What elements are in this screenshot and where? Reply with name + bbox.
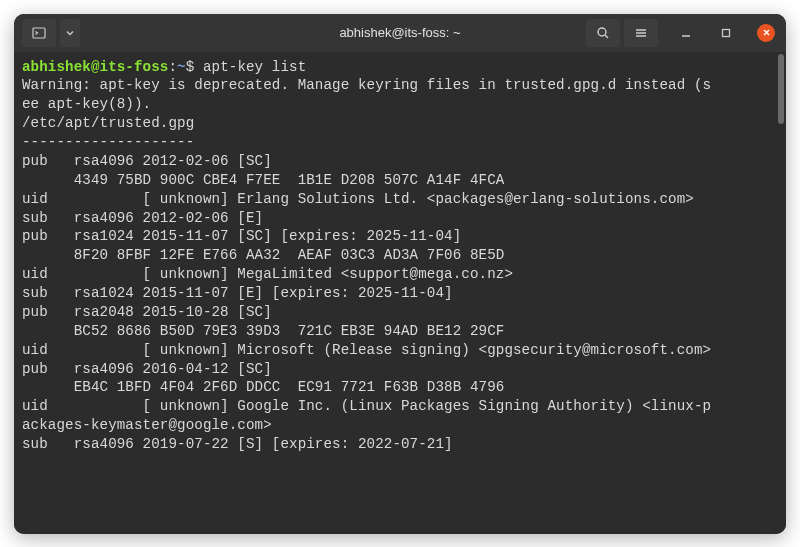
- output-line: pub rsa4096 2012-02-06 [SC]: [22, 152, 778, 171]
- output-line: pub rsa2048 2015-10-28 [SC]: [22, 303, 778, 322]
- output-line: sub rsa1024 2015-11-07 [E] [expires: 202…: [22, 284, 778, 303]
- output-line: 8F20 8FBF 12FE E766 AA32 AEAF 03C3 AD3A …: [22, 246, 778, 265]
- output-line: uid [ unknown] Microsoft (Release signin…: [22, 341, 778, 360]
- titlebar: abhishek@its-foss: ~: [14, 14, 786, 52]
- output-line: pub rsa4096 2016-04-12 [SC]: [22, 360, 778, 379]
- titlebar-right-controls: [586, 19, 778, 47]
- output-line: BC52 8686 B50D 79E3 39D3 721C EB3E 94AD …: [22, 322, 778, 341]
- output-line: pub rsa1024 2015-11-07 [SC] [expires: 20…: [22, 227, 778, 246]
- terminal-icon: [32, 26, 46, 40]
- prompt-line: abhishek@its-foss:~$ apt-key list: [22, 58, 778, 77]
- minimize-icon: [680, 27, 692, 39]
- prompt-path: ~: [177, 59, 186, 75]
- svg-rect-7: [723, 29, 730, 36]
- close-button[interactable]: [754, 21, 778, 45]
- svg-rect-0: [33, 28, 45, 38]
- close-icon: [762, 28, 771, 37]
- terminal-window: abhishek@its-foss: ~ abhishek@its-foss:~…: [14, 14, 786, 534]
- prompt-user-host: abhishek@its-foss: [22, 59, 168, 75]
- tab-dropdown[interactable]: [60, 19, 80, 47]
- search-icon: [596, 26, 610, 40]
- output-line: EB4C 1BFD 4F04 2F6D DDCC EC91 7721 F63B …: [22, 378, 778, 397]
- output-line: uid [ unknown] Google Inc. (Linux Packag…: [22, 397, 778, 416]
- maximize-button[interactable]: [714, 21, 738, 45]
- window-title: abhishek@its-foss: ~: [339, 25, 460, 40]
- output-line: Warning: apt-key is deprecated. Manage k…: [22, 76, 778, 95]
- output-line: sub rsa4096 2019-07-22 [S] [expires: 202…: [22, 435, 778, 454]
- svg-line-2: [605, 35, 608, 38]
- titlebar-left-controls: [22, 19, 80, 47]
- output-line: uid [ unknown] MegaLimited <support@mega…: [22, 265, 778, 284]
- prompt-colon: :: [168, 59, 177, 75]
- scrollbar-thumb[interactable]: [778, 54, 784, 124]
- terminal-output[interactable]: abhishek@its-foss:~$ apt-key list Warnin…: [14, 52, 786, 534]
- output-line: /etc/apt/trusted.gpg: [22, 114, 778, 133]
- hamburger-icon: [634, 26, 648, 40]
- chevron-down-icon: [66, 29, 74, 37]
- minimize-button[interactable]: [674, 21, 698, 45]
- output-line: --------------------: [22, 133, 778, 152]
- output-line: uid [ unknown] Erlang Solutions Ltd. <pa…: [22, 190, 778, 209]
- prompt-dollar: $: [186, 59, 203, 75]
- search-button[interactable]: [586, 19, 620, 47]
- menu-button[interactable]: [624, 19, 658, 47]
- command-text: apt-key list: [203, 59, 306, 75]
- maximize-icon: [720, 27, 732, 39]
- svg-point-1: [598, 28, 606, 36]
- new-tab-button[interactable]: [22, 19, 56, 47]
- output-line: sub rsa4096 2012-02-06 [E]: [22, 209, 778, 228]
- output-line: ee apt-key(8)).: [22, 95, 778, 114]
- output-line: ackages-keymaster@google.com>: [22, 416, 778, 435]
- output-line: 4349 75BD 900C CBE4 F7EE 1B1E D208 507C …: [22, 171, 778, 190]
